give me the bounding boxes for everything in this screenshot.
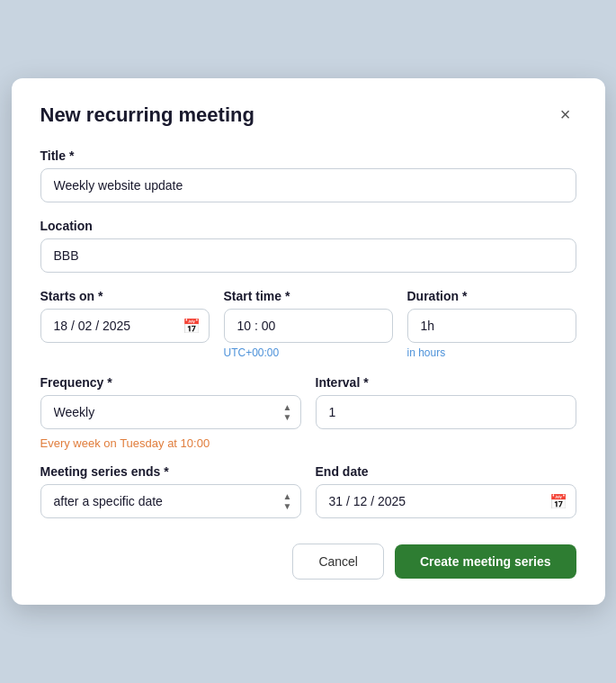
close-button[interactable]: × [555,103,576,125]
start-time-field: Start time * UTC+00:00 [224,289,393,359]
starts-on-input-wrapper: 📅 [40,309,210,343]
end-date-input[interactable] [316,484,576,518]
start-time-input[interactable] [224,309,393,343]
timezone-label: UTC+00:00 [224,346,393,359]
location-input[interactable] [40,238,576,273]
meeting-ends-select[interactable]: after a specific date after a number of … [40,484,301,518]
frequency-select[interactable]: Weekly Daily Monthly [40,395,301,429]
start-time-label: Start time * [224,289,393,303]
frequency-field: Frequency * Weekly Daily Monthly ▲ ▼ [40,375,301,429]
meeting-ends-field: Meeting series ends * after a specific d… [40,464,301,518]
modal-overlay: New recurring meeting × Title * Location… [0,0,616,683]
duration-field: Duration * in hours [407,289,576,359]
cancel-button[interactable]: Cancel [292,544,384,580]
frequency-interval-row: Frequency * Weekly Daily Monthly ▲ ▼ Int… [40,375,576,429]
location-label: Location [40,219,576,233]
modal-title: New recurring meeting [40,103,254,127]
duration-input[interactable] [407,309,576,343]
meeting-ends-select-wrapper: after a specific date after a number of … [40,484,301,518]
duration-label: Duration * [407,289,576,303]
title-field-group: Title * [40,148,576,202]
frequency-label: Frequency * [40,375,301,390]
end-date-input-wrapper: 📅 [316,484,576,518]
meeting-ends-label: Meeting series ends * [40,464,301,479]
duration-unit-label: in hours [407,346,576,359]
modal-header: New recurring meeting × [40,103,576,127]
starts-on-label: Starts on * [40,289,210,303]
title-input[interactable] [40,168,576,202]
end-date-field: End date 📅 [316,464,576,518]
ends-row: Meeting series ends * after a specific d… [40,464,576,518]
recurrence-info: Every week on Tuesday at 10:00 [40,436,576,450]
location-field-group: Location [40,219,576,273]
interval-input[interactable] [316,395,576,429]
end-date-label: End date [316,464,576,479]
title-label: Title * [40,148,576,163]
frequency-select-wrapper: Weekly Daily Monthly ▲ ▼ [40,395,301,429]
interval-label: Interval * [316,375,576,390]
modal-dialog: New recurring meeting × Title * Location… [12,78,605,605]
starts-on-field: Starts on * 📅 [40,289,210,359]
create-meeting-series-button[interactable]: Create meeting series [395,544,576,579]
date-time-row: Starts on * 📅 Start time * UTC+00:00 Dur… [40,289,576,359]
interval-field: Interval * [316,375,576,429]
starts-on-input[interactable] [40,309,210,343]
footer-buttons: Cancel Create meeting series [40,544,576,580]
